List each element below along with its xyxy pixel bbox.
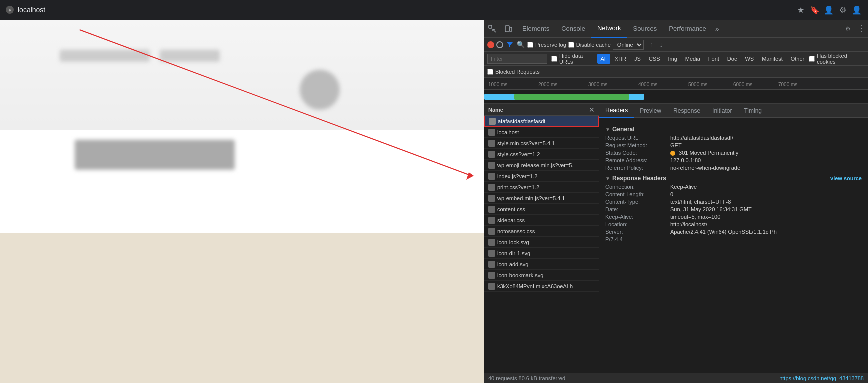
request-item-12[interactable]: icon-dir-1.svg: [484, 248, 599, 259]
inspect-element-icon[interactable]: [484, 20, 500, 38]
request-item-5[interactable]: index.js?ver=1.2: [484, 171, 599, 182]
tab-sources[interactable]: Sources: [628, 20, 664, 38]
tab-performance[interactable]: Performance: [663, 20, 712, 38]
req-icon-1: [488, 129, 496, 136]
user-avatar[interactable]: 👤: [852, 5, 862, 15]
close-details-button[interactable]: ✕: [589, 106, 595, 114]
star-icon[interactable]: ★: [796, 5, 806, 15]
request-item-11[interactable]: icon-lock.svg: [484, 237, 599, 248]
details-tab-headers[interactable]: Headers: [600, 104, 634, 118]
request-list: Name ✕ afafasfdasfdasfasdf localhost sty…: [484, 104, 600, 373]
filter-type-xhr[interactable]: XHR: [612, 54, 630, 64]
filter-type-all[interactable]: All: [598, 54, 610, 64]
svg-marker-1: [466, 172, 474, 180]
details-tab-preview[interactable]: Preview: [634, 104, 668, 118]
tab-console[interactable]: Console: [556, 20, 592, 38]
details-tab-response[interactable]: Response: [668, 104, 706, 118]
filter-type-doc[interactable]: Doc: [724, 54, 741, 64]
filter-button[interactable]: [506, 40, 514, 50]
search-button[interactable]: 🔍: [516, 40, 526, 50]
has-blocked-cookies-checkbox[interactable]: [809, 56, 815, 62]
details-tab-timing[interactable]: Timing: [738, 104, 768, 118]
hide-data-urls-checkbox[interactable]: [552, 56, 558, 62]
req-icon-12: [488, 250, 496, 257]
request-item-7[interactable]: wp-embed.min.js?ver=5.4.1: [484, 193, 599, 204]
filter-type-other[interactable]: Other: [788, 54, 808, 64]
request-item-4[interactable]: wp-emoji-release.min.js?ver=5.: [484, 160, 599, 171]
filter-type-font[interactable]: Font: [705, 54, 723, 64]
settings-icon[interactable]: ⚙: [838, 5, 848, 15]
import-har-icon[interactable]: ↑: [647, 40, 656, 50]
tick-3000: 3000 ms: [588, 82, 608, 88]
req-icon-10: [488, 228, 496, 235]
request-item-15[interactable]: k3kXo84MPvnI mixcA63oeALh: [484, 281, 599, 292]
network-statusbar: 40 requests 80.6 kB transferred https://…: [484, 373, 868, 383]
timeline-header: 1000 ms 2000 ms 3000 ms 4000 ms 5000 ms …: [484, 78, 868, 90]
status-code-row: Status Code: 301 Moved Permanently: [606, 150, 862, 156]
filter-input[interactable]: [491, 56, 536, 62]
profile-icon[interactable]: 👤: [824, 5, 834, 15]
filter-type-ws[interactable]: WS: [742, 54, 758, 64]
filter-type-css[interactable]: CSS: [646, 54, 664, 64]
blocked-requests-checkbox[interactable]: [488, 69, 494, 75]
response-headers-section-title: ▼ Response Headers view source: [606, 175, 862, 182]
timeline-chart: [484, 90, 868, 104]
page-blurred-bg: [0, 20, 484, 130]
csdn-link[interactable]: https://blog.csdn.net/qq_43413788: [780, 376, 864, 382]
tick-2000: 2000 ms: [538, 82, 558, 88]
request-item-2[interactable]: style.min.css?ver=5.4.1: [484, 138, 599, 149]
referrer-policy-row: Referrer Policy: no-referrer-when-downgr…: [606, 165, 862, 171]
hide-data-urls-label[interactable]: Hide data URLs: [552, 53, 596, 65]
filter-type-media[interactable]: Media: [682, 54, 704, 64]
resp-content-length-row: Content-Length: 0: [606, 192, 862, 198]
resp-php-row: P/7.4.4: [606, 236, 862, 242]
disable-cache-label[interactable]: Disable cache: [568, 42, 611, 48]
request-item-8[interactable]: content.css: [484, 204, 599, 215]
stop-button[interactable]: [496, 42, 504, 48]
page-lower-bg: [0, 233, 484, 383]
preserve-log-label[interactable]: Preserve log: [528, 42, 566, 48]
blurred-block-3: [300, 70, 340, 110]
devtools-more-options[interactable]: ⋮: [856, 20, 868, 38]
request-item-3[interactable]: style.css?ver=1.2: [484, 149, 599, 160]
filter-type-manifest[interactable]: Manifest: [758, 54, 786, 64]
request-item-14[interactable]: icon-bookmark.svg: [484, 270, 599, 281]
request-item-10[interactable]: notosanssc.css: [484, 226, 599, 237]
blurred-block-4: [75, 140, 235, 170]
blurred-block-2: [160, 50, 220, 62]
devtools-settings-icon[interactable]: ⚙: [840, 20, 856, 38]
disable-cache-checkbox[interactable]: [568, 42, 574, 48]
filter-input-wrap: [488, 54, 548, 64]
device-toolbar-icon[interactable]: [500, 20, 516, 38]
has-blocked-cookies-label[interactable]: Has blocked cookies: [809, 53, 865, 65]
filter-type-img[interactable]: Img: [665, 54, 681, 64]
request-item-6[interactable]: print.css?ver=1.2: [484, 182, 599, 193]
request-method-row: Request Method: GET: [606, 142, 862, 148]
tick-4000: 4000 ms: [638, 82, 658, 88]
bookmark-icon[interactable]: 🔖: [810, 5, 820, 15]
blocked-requests-label[interactable]: Blocked Requests: [488, 69, 540, 75]
throttle-select[interactable]: Online: [613, 40, 644, 50]
req-icon-8: [488, 206, 496, 213]
filter-type-js[interactable]: JS: [631, 54, 644, 64]
request-item-9[interactable]: sidebar.css: [484, 215, 599, 226]
request-item-0[interactable]: afafasfdasfdasfasdf: [484, 116, 599, 127]
view-source-link[interactable]: view source: [830, 176, 862, 182]
request-item-13[interactable]: icon-add.svg: [484, 259, 599, 270]
preserve-log-checkbox[interactable]: [528, 42, 534, 48]
req-icon-11: [488, 239, 496, 246]
details-tab-initiator[interactable]: Initiator: [706, 104, 738, 118]
svg-rect-3: [506, 26, 510, 32]
req-icon-14: [488, 272, 496, 279]
tab-network[interactable]: Network: [592, 20, 628, 38]
status-dot-icon: [670, 151, 676, 156]
export-har-icon[interactable]: ↓: [657, 40, 666, 50]
req-icon-6: [488, 184, 496, 191]
tab-elements[interactable]: Elements: [516, 20, 556, 38]
record-button[interactable]: [488, 42, 494, 48]
more-tabs-button[interactable]: »: [712, 20, 722, 38]
request-item-1[interactable]: localhost: [484, 127, 599, 138]
network-filter-row: Hide data URLs All XHR JS CSS Img Media …: [484, 52, 868, 66]
resp-keep-alive-row: Keep-Alive: timeout=5, max=100: [606, 214, 862, 220]
resp-date-row: Date: Sun, 31 May 2020 16:34:31 GMT: [606, 206, 862, 212]
